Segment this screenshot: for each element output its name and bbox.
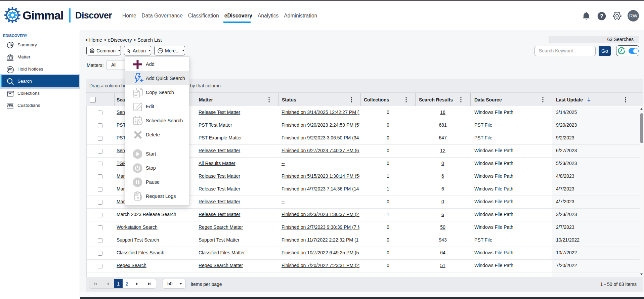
svg-text:?: ? [600,13,603,19]
svg-text:LOG: LOG [135,194,138,196]
